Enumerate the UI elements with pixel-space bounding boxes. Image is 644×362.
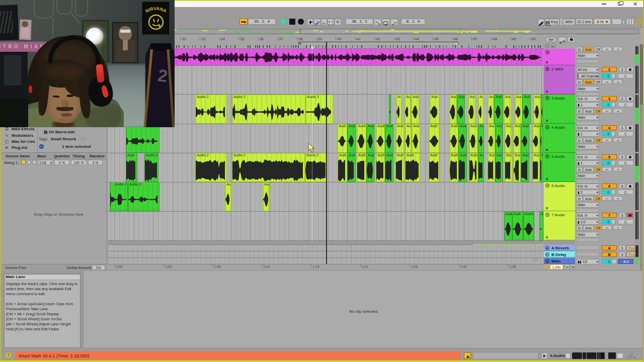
svg-text:NIRVANA: NIRVANA [144, 6, 168, 14]
